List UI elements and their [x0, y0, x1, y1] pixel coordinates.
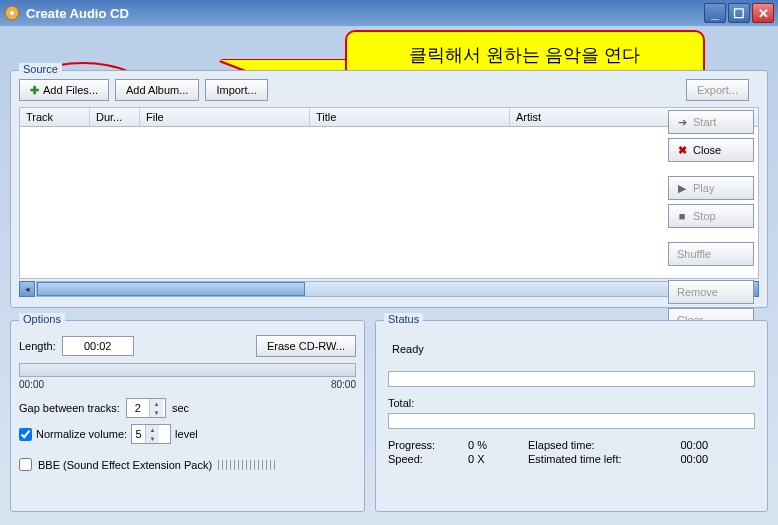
- status-legend: Status: [384, 313, 423, 325]
- length-input[interactable]: [62, 336, 134, 356]
- minimize-button[interactable]: _: [704, 3, 726, 23]
- remove-label: Remove: [677, 286, 718, 298]
- table-header: Track Dur... File Title Artist: [19, 107, 759, 127]
- elapsed-value: 00:00: [658, 439, 708, 451]
- start-label: Start: [693, 116, 716, 128]
- content: 클릭해서 원하는 음악을 연다 Source ✚Add Files... Add…: [10, 30, 768, 515]
- close-label: Close: [693, 144, 721, 156]
- length-label: Length:: [19, 340, 56, 352]
- speed-value: 0 X: [468, 453, 528, 465]
- h-scrollbar: ◂ ▸: [19, 281, 759, 297]
- col-title[interactable]: Title: [310, 108, 510, 126]
- gap-down[interactable]: ▼: [149, 408, 163, 417]
- gap-spinner[interactable]: ▲▼: [126, 398, 166, 418]
- source-legend: Source: [19, 63, 62, 75]
- scale-min: 00:00: [19, 379, 44, 390]
- play-label: Play: [693, 182, 714, 194]
- scroll-left-button[interactable]: ◂: [19, 281, 35, 297]
- normalize-input[interactable]: [132, 428, 145, 441]
- est-label: Estimated time left:: [528, 453, 658, 465]
- normalize-spinner[interactable]: ▲▼: [131, 424, 171, 444]
- normalize-label: Normalize volume:: [36, 428, 127, 440]
- gap-input[interactable]: [127, 402, 149, 414]
- titlebar: Create Audio CD _ ☐ ✕: [0, 0, 778, 26]
- x-icon: ✖: [677, 144, 687, 157]
- gap-unit: sec: [172, 402, 189, 414]
- bbe-label: BBE (Sound Effect Extension Pack): [38, 459, 212, 471]
- col-track[interactable]: Track: [20, 108, 90, 126]
- add-album-label: Add Album...: [126, 84, 188, 96]
- window-title: Create Audio CD: [26, 6, 704, 21]
- stop-label: Stop: [693, 210, 716, 222]
- status-ready: Ready: [392, 343, 751, 355]
- erase-cdrw-button[interactable]: Erase CD-RW...: [256, 335, 356, 357]
- progress-bar-total: [388, 413, 755, 429]
- source-group: Source ✚Add Files... Add Album... Import…: [10, 70, 768, 308]
- normalize-checkbox[interactable]: [19, 428, 32, 441]
- export-button[interactable]: Export...: [686, 79, 749, 101]
- start-button[interactable]: ➔Start: [668, 110, 754, 134]
- import-label: Import...: [216, 84, 256, 96]
- side-buttons: ➔Start ✖Close ▶Play ■Stop Shuffle Remove…: [668, 110, 758, 332]
- est-value: 00:00: [658, 453, 708, 465]
- export-label: Export...: [697, 84, 738, 96]
- erase-label: Erase CD-RW...: [267, 340, 345, 352]
- options-legend: Options: [19, 313, 65, 325]
- progress-value: 0 %: [468, 439, 528, 451]
- remove-button[interactable]: Remove: [668, 280, 754, 304]
- track-list[interactable]: [19, 127, 759, 279]
- normalize-unit: level: [175, 428, 198, 440]
- gap-label: Gap between tracks:: [19, 402, 120, 414]
- import-button[interactable]: Import...: [205, 79, 267, 101]
- scroll-thumb[interactable]: [37, 282, 305, 296]
- shuffle-button[interactable]: Shuffle: [668, 242, 754, 266]
- norm-up[interactable]: ▲: [145, 425, 159, 434]
- speed-label: Speed:: [388, 453, 468, 465]
- callout-text: 클릭해서 원하는 음악을 연다: [409, 43, 640, 67]
- add-album-button[interactable]: Add Album...: [115, 79, 199, 101]
- source-buttons: ✚Add Files... Add Album... Import... Exp…: [19, 79, 759, 101]
- bbe-slider[interactable]: [218, 460, 278, 470]
- close-button[interactable]: ✖Close: [668, 138, 754, 162]
- total-label: Total:: [388, 397, 755, 409]
- col-file[interactable]: File: [140, 108, 310, 126]
- bbe-checkbox[interactable]: [19, 458, 32, 471]
- arrow-right-icon: ➔: [677, 116, 687, 129]
- plus-icon: ✚: [30, 84, 39, 97]
- progress-bar-current: [388, 371, 755, 387]
- add-files-label: Add Files...: [43, 84, 98, 96]
- stop-icon: ■: [677, 210, 687, 222]
- gap-up[interactable]: ▲: [149, 399, 163, 408]
- play-icon: ▶: [677, 182, 687, 195]
- status-grid: Progress: 0 % Elapsed time: 00:00 Speed:…: [388, 439, 755, 465]
- elapsed-label: Elapsed time:: [528, 439, 658, 451]
- svg-point-1: [10, 11, 14, 15]
- play-button[interactable]: ▶Play: [668, 176, 754, 200]
- app-icon: [4, 5, 20, 21]
- norm-down[interactable]: ▼: [145, 434, 159, 443]
- close-window-button[interactable]: ✕: [752, 3, 774, 23]
- window-buttons: _ ☐ ✕: [704, 3, 774, 23]
- options-group: Options Length: Erase CD-RW... 00:00 80:…: [10, 320, 365, 512]
- status-group: Status Ready Total: Progress: 0 % Elapse…: [375, 320, 768, 512]
- scroll-track[interactable]: [36, 281, 742, 297]
- add-files-button[interactable]: ✚Add Files...: [19, 79, 109, 101]
- progress-label: Progress:: [388, 439, 468, 451]
- col-dur[interactable]: Dur...: [90, 108, 140, 126]
- length-scale: [19, 363, 356, 377]
- shuffle-label: Shuffle: [677, 248, 711, 260]
- scale-max: 80:00: [331, 379, 356, 390]
- app-window: Create Audio CD _ ☐ ✕ 클릭해서 원하는 음악을 연다 So…: [0, 0, 778, 525]
- maximize-button[interactable]: ☐: [728, 3, 750, 23]
- stop-button[interactable]: ■Stop: [668, 204, 754, 228]
